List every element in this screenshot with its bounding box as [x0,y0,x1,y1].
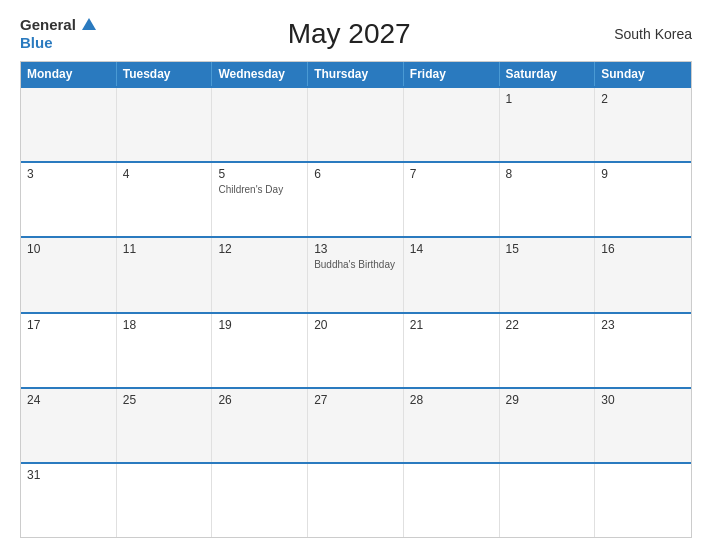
header-saturday: Saturday [500,62,596,86]
cal-cell-r4-c6: 30 [595,389,691,462]
header-friday: Friday [404,62,500,86]
day-number: 2 [601,92,685,106]
cal-cell-r5-c5 [500,464,596,537]
calendar-body: 12345Children's Day678910111213Buddha's … [21,86,691,537]
day-number: 6 [314,167,397,181]
cal-cell-r1-c1: 4 [117,163,213,236]
day-number: 31 [27,468,110,482]
cal-cell-r4-c5: 29 [500,389,596,462]
day-number: 19 [218,318,301,332]
calendar-row-4: 17181920212223 [21,312,691,387]
calendar-grid: Monday Tuesday Wednesday Thursday Friday… [20,61,692,538]
day-number: 5 [218,167,301,181]
logo-bottom: Blue [20,34,96,52]
calendar-header: Monday Tuesday Wednesday Thursday Friday… [21,62,691,86]
day-number: 8 [506,167,589,181]
cal-cell-r3-c3: 20 [308,314,404,387]
day-number: 29 [506,393,589,407]
header-wednesday: Wednesday [212,62,308,86]
day-number: 1 [506,92,589,106]
day-number: 30 [601,393,685,407]
header-thursday: Thursday [308,62,404,86]
day-number: 3 [27,167,110,181]
header-sunday: Sunday [595,62,691,86]
logo-blue-text: Blue [20,34,53,51]
cal-cell-r0-c3 [308,88,404,161]
calendar-row-3: 10111213Buddha's Birthday141516 [21,236,691,311]
day-number: 23 [601,318,685,332]
day-number: 28 [410,393,493,407]
cal-cell-r3-c5: 22 [500,314,596,387]
logo-top: General [20,16,96,34]
calendar-row-2: 345Children's Day6789 [21,161,691,236]
cal-cell-r1-c5: 8 [500,163,596,236]
day-number: 9 [601,167,685,181]
cal-cell-r2-c4: 14 [404,238,500,311]
day-number: 12 [218,242,301,256]
cal-cell-r3-c2: 19 [212,314,308,387]
country-label: South Korea [602,26,692,42]
page-header: General Blue May 2027 South Korea [20,16,692,51]
cal-cell-r1-c3: 6 [308,163,404,236]
day-number: 27 [314,393,397,407]
cal-cell-r5-c4 [404,464,500,537]
cal-cell-r2-c3: 13Buddha's Birthday [308,238,404,311]
day-number: 14 [410,242,493,256]
cal-cell-r2-c0: 10 [21,238,117,311]
day-number: 18 [123,318,206,332]
day-number: 17 [27,318,110,332]
cal-cell-r5-c0: 31 [21,464,117,537]
day-number: 26 [218,393,301,407]
cal-cell-r4-c3: 27 [308,389,404,462]
calendar-row-5: 24252627282930 [21,387,691,462]
cal-cell-r4-c1: 25 [117,389,213,462]
calendar-row-6: 31 [21,462,691,537]
cal-cell-r0-c6: 2 [595,88,691,161]
cal-cell-r0-c1 [117,88,213,161]
day-number: 10 [27,242,110,256]
calendar-title: May 2027 [96,18,602,50]
cal-cell-r3-c0: 17 [21,314,117,387]
day-number: 25 [123,393,206,407]
day-number: 20 [314,318,397,332]
day-number: 24 [27,393,110,407]
cal-cell-r4-c2: 26 [212,389,308,462]
cal-cell-r5-c1 [117,464,213,537]
cal-cell-r3-c1: 18 [117,314,213,387]
cal-cell-r0-c2 [212,88,308,161]
cal-cell-r5-c2 [212,464,308,537]
cal-cell-r1-c4: 7 [404,163,500,236]
day-number: 4 [123,167,206,181]
cal-cell-r2-c5: 15 [500,238,596,311]
cal-cell-r5-c3 [308,464,404,537]
header-monday: Monday [21,62,117,86]
cal-cell-r4-c0: 24 [21,389,117,462]
day-number: 22 [506,318,589,332]
cal-cell-r5-c6 [595,464,691,537]
cal-cell-r3-c4: 21 [404,314,500,387]
cal-cell-r2-c2: 12 [212,238,308,311]
cal-cell-r2-c1: 11 [117,238,213,311]
logo: General Blue [20,16,96,51]
cal-cell-r3-c6: 23 [595,314,691,387]
calendar-row-1: 12 [21,86,691,161]
day-number: 15 [506,242,589,256]
cal-cell-r2-c6: 16 [595,238,691,311]
logo-general-text: General [20,16,76,33]
logo-triangle-icon [82,18,96,30]
day-number: 11 [123,242,206,256]
cal-cell-r0-c0 [21,88,117,161]
cal-cell-r1-c6: 9 [595,163,691,236]
cal-cell-r4-c4: 28 [404,389,500,462]
event-label: Buddha's Birthday [314,258,397,271]
cal-cell-r1-c2: 5Children's Day [212,163,308,236]
day-number: 7 [410,167,493,181]
day-number: 21 [410,318,493,332]
cal-cell-r0-c5: 1 [500,88,596,161]
day-number: 16 [601,242,685,256]
day-number: 13 [314,242,397,256]
calendar-page: General Blue May 2027 South Korea Monday… [0,0,712,550]
event-label: Children's Day [218,183,301,196]
cal-cell-r1-c0: 3 [21,163,117,236]
cal-cell-r0-c4 [404,88,500,161]
